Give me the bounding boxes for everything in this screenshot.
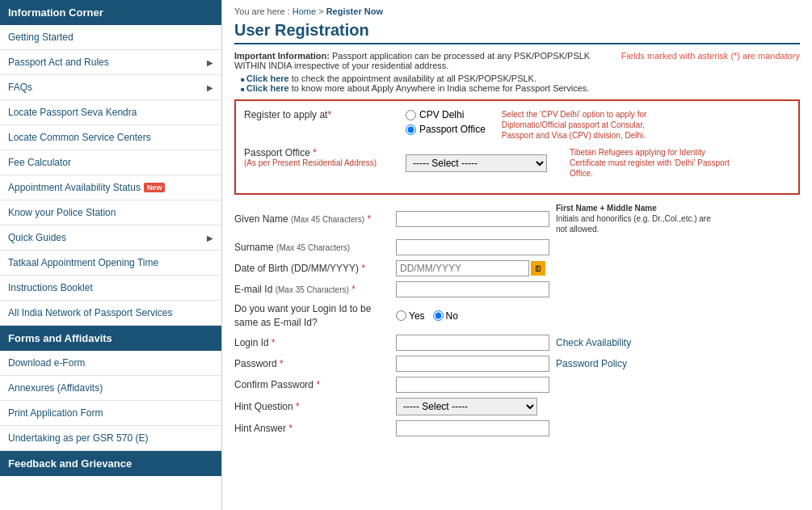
surname-input[interactable] (396, 239, 549, 255)
breadcrumb: You are here : Home > Register Now (234, 6, 800, 16)
register-apply-controls: CPV Delhi Passport Office (406, 109, 486, 135)
login-id-label: Login Id * (234, 337, 396, 348)
breadcrumb-current: Register Now (326, 6, 383, 16)
password-policy-link[interactable]: Password Policy (556, 358, 627, 369)
surname-row: Surname (Max 45 Characters) (234, 239, 800, 255)
confirm-password-row: Confirm Password * (234, 377, 800, 393)
forms-section-header: Forms and Affidavits (0, 326, 221, 351)
sidebar-item-police-station[interactable]: Know your Police Station (0, 200, 221, 225)
sidebar-item-instructions[interactable]: Instructions Booklet (0, 276, 221, 301)
dob-label: Date of Birth (DD/MM/YYYY) * (234, 263, 396, 274)
no-radio[interactable] (433, 310, 444, 321)
password-label: Password * (234, 358, 396, 369)
sidebar-item-appointment[interactable]: Appointment Availability Status New (0, 175, 221, 200)
sidebar-item-tatkaal[interactable]: Tatkaal Appointment Opening Time (0, 251, 221, 276)
confirm-password-label: Confirm Password * (234, 379, 396, 390)
sidebar-item-undertaking[interactable]: Undertaking as per GSR 570 (E) (0, 426, 221, 451)
info-section: Important Information: Passport applicat… (234, 51, 800, 93)
login-same-radiogroup: Yes No (396, 310, 458, 322)
click-here-link-2[interactable]: Click here (246, 83, 289, 93)
password-row: Password * Password Policy (234, 356, 800, 372)
passport-office-label: Passport Office * (244, 147, 406, 158)
hint-question-select[interactable]: ----- Select ----- (396, 398, 537, 415)
new-badge: New (144, 183, 166, 192)
login-id-input[interactable] (396, 335, 549, 351)
sidebar-item-getting-started[interactable]: Getting Started (0, 25, 221, 50)
info-bold: Important Information: (234, 51, 330, 61)
sidebar-item-quick-guides[interactable]: Quick Guides ▶ (0, 225, 221, 251)
sidebar-item-print-form[interactable]: Print Application Form (0, 401, 221, 426)
check-availability-link[interactable]: Check Availability (556, 337, 631, 348)
breadcrumb-label: You are here : (234, 6, 292, 16)
passport-office-select[interactable]: ----- Select ----- (406, 154, 547, 172)
breadcrumb-separator: > (318, 6, 326, 16)
dob-input[interactable] (396, 260, 529, 276)
passport-office-row: Passport Office * (As per Present Reside… (244, 147, 790, 179)
email-row: E-mail Id (Max 35 Characters) * (234, 281, 800, 297)
given-name-label: Given Name (Max 45 Characters) * (234, 213, 396, 225)
given-name-hint: First Name + Middle Name Initials and ho… (556, 203, 717, 234)
breadcrumb-home[interactable]: Home (292, 6, 316, 16)
page-title: User Registration (234, 21, 800, 44)
no-option[interactable]: No (433, 310, 458, 322)
main-content: You are here : Home > Register Now User … (222, 0, 812, 510)
passport-office-hint: Tibetan Refugees applying for Identity C… (570, 147, 731, 179)
confirm-password-input[interactable] (396, 377, 549, 393)
sidebar-item-download-eform[interactable]: Download e-Form (0, 351, 221, 376)
passport-office-sublabel: (As per Present Residential Address) (244, 158, 406, 167)
register-apply-label: Register to apply at* (244, 109, 406, 120)
login-same-row: Do you want your Login Id to be same as … (234, 302, 800, 330)
sidebar: Information Corner Getting Started Passp… (0, 0, 222, 510)
sidebar-item-locate-psk[interactable]: Locate Passport Seva Kendra (0, 100, 221, 125)
calendar-icon[interactable]: 🗓 (531, 261, 545, 276)
given-name-input[interactable] (396, 211, 549, 227)
passport-office-option[interactable]: Passport Office (406, 124, 486, 135)
chevron-right-icon: ▶ (207, 58, 213, 67)
cpv-delhi-option[interactable]: CPV Delhi (406, 109, 486, 120)
cpv-hint: Select the 'CPV Delhi' option to apply f… (502, 109, 663, 141)
passport-radio[interactable] (406, 124, 416, 135)
register-apply-radiogroup: CPV Delhi Passport Office (406, 109, 486, 135)
sidebar-item-annexures[interactable]: Annexures (Affidavits) (0, 376, 221, 401)
yes-option[interactable]: Yes (396, 310, 425, 322)
given-name-row: Given Name (Max 45 Characters) * First N… (234, 203, 800, 234)
yes-radio[interactable] (396, 310, 406, 321)
email-label: E-mail Id (Max 35 Characters) * (234, 284, 396, 295)
sidebar-item-passport-act[interactable]: Passport Act and Rules ▶ (0, 50, 221, 75)
feedback-section-header: Feedback and Grievance (0, 451, 221, 476)
chevron-right-icon: ▶ (207, 83, 213, 92)
login-same-label: Do you want your Login Id to be same as … (234, 302, 396, 330)
sidebar-item-faqs[interactable]: FAQs ▶ (0, 75, 221, 100)
sidebar-item-locate-csc[interactable]: Locate Common Service Centers (0, 125, 221, 150)
login-id-row: Login Id * Check Availability (234, 335, 800, 351)
password-input[interactable] (396, 356, 549, 372)
hint-answer-row: Hint Answer * (234, 420, 800, 436)
hint-question-row: Hint Question * ----- Select ----- (234, 398, 800, 415)
click-here-link-1[interactable]: Click here (246, 74, 289, 83)
mandatory-note: Fields marked with asterisk (*) are mand… (621, 51, 800, 61)
info-text-block: Important Information: Passport applicat… (234, 51, 621, 93)
dob-row: Date of Birth (DD/MM/YYYY) * 🗓 (234, 260, 800, 276)
cpv-radio[interactable] (406, 110, 416, 120)
sidebar-header: Information Corner (0, 0, 221, 25)
registration-box: Register to apply at* CPV Delhi Passport… (234, 99, 800, 195)
surname-label: Surname (Max 45 Characters) (234, 242, 396, 253)
hint-question-label: Hint Question * (234, 401, 396, 412)
chevron-right-icon: ▶ (207, 234, 213, 242)
register-apply-row: Register to apply at* CPV Delhi Passport… (244, 109, 790, 141)
hint-answer-input[interactable] (396, 420, 549, 436)
sidebar-item-fee-calculator[interactable]: Fee Calculator (0, 150, 221, 175)
sidebar-item-ainps[interactable]: All India Network of Passport Services (0, 301, 221, 326)
hint-answer-label: Hint Answer * (234, 423, 396, 434)
email-input[interactable] (396, 281, 549, 297)
